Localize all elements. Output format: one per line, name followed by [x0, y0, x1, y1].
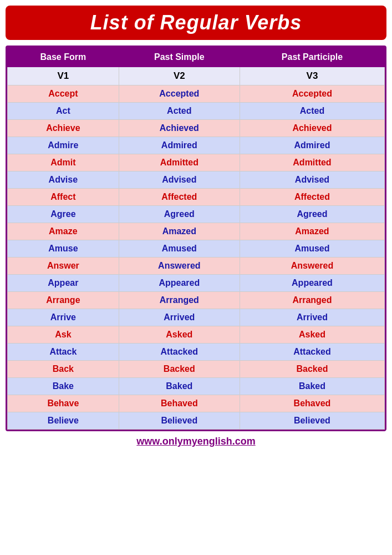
v2-cell: Amused [119, 240, 240, 258]
v1-cell: Appear [8, 275, 119, 292]
verbs-table: Base Form Past Simple Past Participle V1… [7, 47, 385, 430]
v1-cell: Behave [8, 395, 119, 412]
v3-cell: Behaved [240, 395, 384, 412]
v3-cell: Backed [240, 361, 384, 378]
v3-label: V3 [240, 67, 384, 85]
table-row: AnswerAnsweredAnswered [8, 258, 385, 275]
v1-cell: Accept [8, 85, 119, 103]
v2-cell: Amazed [119, 223, 240, 240]
v3-cell: Amused [240, 240, 384, 258]
header-row: Base Form Past Simple Past Participle [8, 48, 385, 67]
table-row: AffectAffectedAffected [8, 189, 385, 206]
v1-cell: Bake [8, 378, 119, 395]
col1-header: Base Form [8, 48, 119, 67]
table-row: AppearAppearedAppeared [8, 275, 385, 292]
v2-label: V2 [119, 67, 240, 85]
table-row: ArrangeArrangedArranged [8, 292, 385, 309]
v3-cell: Amazed [240, 223, 384, 240]
v3-cell: Admitted [240, 154, 384, 171]
col3-header: Past Participle [240, 48, 384, 67]
table-row: ActActedActed [8, 103, 385, 120]
v2-cell: Appeared [119, 275, 240, 292]
v1-cell: Attack [8, 344, 119, 361]
v3-cell: Agreed [240, 206, 384, 223]
v1-cell: Answer [8, 258, 119, 275]
v1-cell: Admit [8, 154, 119, 171]
v2-cell: Advised [119, 171, 240, 189]
v2-cell: Achieved [119, 120, 240, 137]
v3-cell: Admired [240, 137, 384, 154]
v1-cell: Back [8, 361, 119, 378]
v1-cell: Believe [8, 412, 119, 430]
table-row: AgreeAgreedAgreed [8, 206, 385, 223]
v-label-row: V1 V2 V3 [8, 67, 385, 85]
table-row: ArriveArrivedArrived [8, 309, 385, 326]
v3-cell: Believed [240, 412, 384, 430]
v3-cell: Accepted [240, 85, 384, 103]
v1-cell: Arrive [8, 309, 119, 326]
v3-cell: Asked [240, 326, 384, 344]
v1-cell: Affect [8, 189, 119, 206]
v2-cell: Asked [119, 326, 240, 344]
table-row: AmuseAmusedAmused [8, 240, 385, 258]
v3-cell: Appeared [240, 275, 384, 292]
v1-cell: Admire [8, 137, 119, 154]
table-row: AdmitAdmittedAdmitted [8, 154, 385, 171]
table-row: BakeBakedBaked [8, 378, 385, 395]
table-row: AskAskedAsked [8, 326, 385, 344]
v1-label: V1 [8, 67, 119, 85]
v1-cell: Arrange [8, 292, 119, 309]
v2-cell: Accepted [119, 85, 240, 103]
v3-cell: Answered [240, 258, 384, 275]
footer-url[interactable]: www.onlymyenglish.com [6, 436, 386, 447]
v2-cell: Believed [119, 412, 240, 430]
v1-cell: Achieve [8, 120, 119, 137]
v3-cell: Affected [240, 189, 384, 206]
v2-cell: Affected [119, 189, 240, 206]
table-row: AmazeAmazedAmazed [8, 223, 385, 240]
v2-cell: Baked [119, 378, 240, 395]
v2-cell: Arrived [119, 309, 240, 326]
table-row: AchieveAchievedAchieved [8, 120, 385, 137]
v1-cell: Agree [8, 206, 119, 223]
v2-cell: Behaved [119, 395, 240, 412]
v3-cell: Acted [240, 103, 384, 120]
v2-cell: Agreed [119, 206, 240, 223]
v3-cell: Arranged [240, 292, 384, 309]
v3-cell: Arrived [240, 309, 384, 326]
table-row: BelieveBelievedBelieved [8, 412, 385, 430]
v2-cell: Arranged [119, 292, 240, 309]
v2-cell: Answered [119, 258, 240, 275]
v2-cell: Attacked [119, 344, 240, 361]
table-row: BackBackedBacked [8, 361, 385, 378]
table-row: BehaveBehavedBehaved [8, 395, 385, 412]
v2-cell: Admitted [119, 154, 240, 171]
v1-cell: Advise [8, 171, 119, 189]
v1-cell: Amaze [8, 223, 119, 240]
table-row: AcceptAcceptedAccepted [8, 85, 385, 103]
v2-cell: Admired [119, 137, 240, 154]
v3-cell: Advised [240, 171, 384, 189]
table-container: Base Form Past Simple Past Participle V1… [6, 46, 386, 431]
v3-cell: Attacked [240, 344, 384, 361]
table-row: AdmireAdmiredAdmired [8, 137, 385, 154]
v1-cell: Ask [8, 326, 119, 344]
table-row: AdviseAdvisedAdvised [8, 171, 385, 189]
v2-cell: Acted [119, 103, 240, 120]
v3-cell: Baked [240, 378, 384, 395]
page-wrapper: List of Regular Verbs Base Form Past Sim… [0, 0, 392, 453]
v3-cell: Achieved [240, 120, 384, 137]
col2-header: Past Simple [119, 48, 240, 67]
page-title: List of Regular Verbs [17, 11, 375, 34]
v1-cell: Amuse [8, 240, 119, 258]
v2-cell: Backed [119, 361, 240, 378]
v1-cell: Act [8, 103, 119, 120]
title-bar: List of Regular Verbs [6, 6, 386, 40]
table-row: AttackAttackedAttacked [8, 344, 385, 361]
